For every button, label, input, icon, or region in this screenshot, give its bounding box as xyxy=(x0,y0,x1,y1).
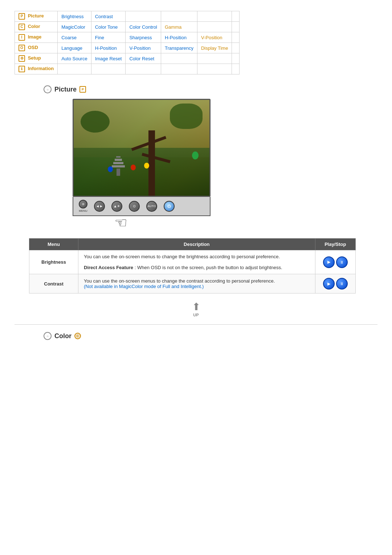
contrast-play-btn[interactable]: ▶ xyxy=(323,278,335,289)
menu-button[interactable]: ▤ xyxy=(79,200,87,208)
menu-button-label: ▤ xyxy=(82,203,85,206)
contrast-play-buttons: ▶ ⏸ xyxy=(321,278,350,289)
nav-h-position-osd[interactable]: H-Position xyxy=(91,43,126,53)
nav-empty-11 xyxy=(232,53,240,64)
osd-icon: O xyxy=(19,45,25,51)
brightness-direct-access-label: Direct Access Feature xyxy=(84,265,133,270)
power-button[interactable]: ⏻ xyxy=(164,201,175,212)
color-title-icon: C xyxy=(74,333,81,339)
brightness-stop-btn[interactable]: ⏸ xyxy=(336,256,348,268)
color-section: ○ Color C xyxy=(15,332,377,340)
color-icon: C xyxy=(19,24,25,30)
nav-color-reset[interactable]: Color Reset xyxy=(126,53,161,64)
table-row-contrast: Contrast You can use the on-screen menus… xyxy=(29,274,356,293)
nav-sharpness[interactable]: Sharpness xyxy=(126,32,161,43)
nav-coarse[interactable]: Coarse xyxy=(58,32,91,43)
description-table: Menu Description Play/Stop Brightness Yo… xyxy=(29,238,356,293)
pagoda-base xyxy=(117,169,120,176)
nav-color-tone[interactable]: Color Tone xyxy=(91,22,126,32)
pagoda-tier3 xyxy=(112,165,125,167)
hand-cursor-container: ☞ xyxy=(85,218,377,231)
nav-language[interactable]: Language xyxy=(58,43,91,53)
menu-contrast: Contrast xyxy=(29,274,78,293)
brightness-play-buttons: ▶ ⏸ xyxy=(321,256,350,268)
nav-auto-source[interactable]: Auto Source xyxy=(58,53,91,64)
auto-button[interactable]: AUTO xyxy=(146,201,157,212)
nav-v-position-osd[interactable]: V-Position xyxy=(126,43,161,53)
nav-display-time[interactable]: Display Time xyxy=(197,43,232,53)
back-button-label: ◄► xyxy=(96,204,103,208)
navigation-table: P Picture Brightness Contrast C Color Ma… xyxy=(15,11,240,74)
nav-transparency[interactable]: Transparency xyxy=(161,43,197,53)
nav-info-3 xyxy=(126,64,161,74)
nav-info-6 xyxy=(232,64,240,74)
power-button-label: ⏻ xyxy=(167,204,171,208)
brightness-play-btn[interactable]: ▶ xyxy=(323,256,335,268)
nav-info-1 xyxy=(58,64,91,74)
balloon-blue xyxy=(108,166,113,172)
nav-setup[interactable]: ⚙ Setup xyxy=(15,53,58,64)
nav-empty-1 xyxy=(126,11,161,22)
power-control-group: ⏻ xyxy=(164,201,175,212)
nav-empty-8 xyxy=(232,43,240,53)
section-divider xyxy=(15,324,377,325)
nav-color[interactable]: C Color xyxy=(15,22,58,32)
monitor-controls-bar: ▤ MENU ◄► ▲☀ ⊙ AUTO ⏻ xyxy=(73,197,211,216)
nav-empty-10 xyxy=(197,53,232,64)
up-arrow-label: UP xyxy=(193,313,199,317)
nav-empty-3 xyxy=(197,11,232,22)
color-section-circle: ○ xyxy=(44,332,52,340)
nav-empty-2 xyxy=(161,11,197,22)
foliage-left xyxy=(81,111,110,133)
nav-information[interactable]: ℹ Information xyxy=(15,64,58,74)
auto-button-label: AUTO xyxy=(148,204,156,208)
nav-image[interactable]: I Image xyxy=(15,32,58,43)
picture-title-text: Picture xyxy=(54,86,77,93)
nav-info-5 xyxy=(197,64,232,74)
nav-fine[interactable]: Fine xyxy=(91,32,126,43)
balloon-red xyxy=(131,165,136,170)
nav-gamma[interactable]: Gamma xyxy=(161,22,197,32)
brightness-button[interactable]: ▲☀ xyxy=(111,201,122,212)
contrast-desc-line1: You can use the on-screen menus to chang… xyxy=(84,278,275,284)
image-icon: I xyxy=(19,34,25,41)
nav-brightness[interactable]: Brightness xyxy=(58,11,91,22)
pagoda-tier2 xyxy=(113,162,123,164)
nav-image-reset[interactable]: Image Reset xyxy=(91,53,126,64)
info-icon: ℹ xyxy=(19,66,25,72)
up-arrow-container: ⬆ UP xyxy=(15,301,377,317)
picture-section-title: ○ Picture P xyxy=(44,85,377,93)
nav-contrast[interactable]: Contrast xyxy=(91,11,126,22)
color-section-title: ○ Color C xyxy=(44,332,377,340)
pagoda xyxy=(112,156,125,176)
auto-control-group: AUTO xyxy=(146,201,157,212)
nav-picture[interactable]: P Picture xyxy=(15,11,58,22)
desc-brightness: You can use the on-screen menus to chang… xyxy=(78,250,315,274)
playstop-brightness: ▶ ⏸ xyxy=(315,250,355,274)
col-header-menu: Menu xyxy=(29,239,78,250)
up-arrow-symbol: ⬆ xyxy=(192,301,200,313)
picture-icon: P xyxy=(19,13,25,20)
nav-osd[interactable]: O OSD xyxy=(15,43,58,53)
picture-section-circle: ○ xyxy=(44,85,52,93)
contrast-desc-note: (Not available in MagicColor mode of Ful… xyxy=(84,284,204,289)
nav-v-position-img[interactable]: V-Position xyxy=(197,32,232,43)
monitor-screen xyxy=(73,99,211,197)
nav-empty-6 xyxy=(232,22,240,32)
brightness-desc-line1: You can use the on-screen menus to chang… xyxy=(84,254,280,259)
enter-button[interactable]: ⊙ xyxy=(129,201,140,212)
brightness-direct-access-text: : When OSD is not on the screen, push th… xyxy=(133,265,282,270)
monitor-container: ▤ MENU ◄► ▲☀ ⊙ AUTO ⏻ xyxy=(73,99,211,216)
back-button[interactable]: ◄► xyxy=(94,201,105,212)
nav-color-control[interactable]: Color Control xyxy=(126,22,161,32)
col-header-playstop: Play/Stop xyxy=(315,239,355,250)
picture-title-icon: P xyxy=(79,86,86,93)
nav-magiccolor[interactable]: MagicColor xyxy=(58,22,91,32)
nav-empty-5 xyxy=(197,22,232,32)
desc-contrast: You can use the on-screen menus to chang… xyxy=(78,274,315,293)
brightness-control-group: ▲☀ xyxy=(111,201,122,212)
setup-icon: ⚙ xyxy=(19,55,25,62)
enter-control-group: ⊙ xyxy=(129,201,140,212)
contrast-stop-btn[interactable]: ⏸ xyxy=(336,278,348,289)
nav-h-position-img[interactable]: H-Position xyxy=(161,32,197,43)
